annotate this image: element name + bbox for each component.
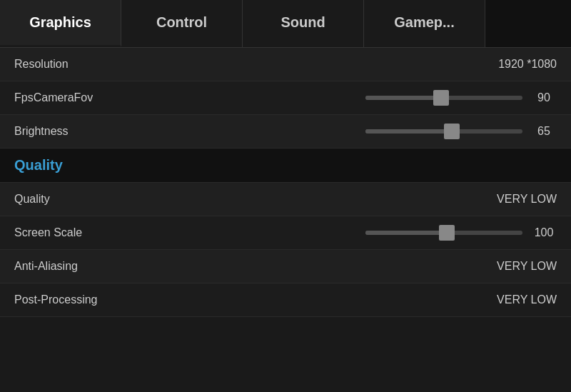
screen-scale-slider-thumb[interactable] xyxy=(439,225,455,241)
quality-value: VERY LOW xyxy=(497,193,557,206)
quality-section-title: Quality xyxy=(14,157,63,173)
anti-aliasing-row: Anti-Aliasing VERY LOW xyxy=(0,250,571,283)
screen-scale-slider-fill xyxy=(365,231,447,235)
resolution-label: Resolution xyxy=(14,58,157,71)
tab-gameplay-label: Gamep... xyxy=(394,14,454,30)
brightness-slider-fill xyxy=(365,129,452,134)
quality-label: Quality xyxy=(14,193,157,206)
brightness-slider-thumb[interactable] xyxy=(444,124,460,139)
tabs-container: Graphics Control Sound Gamep... Resoluti… xyxy=(0,0,571,317)
anti-aliasing-value: VERY LOW xyxy=(497,260,557,273)
brightness-slider-container[interactable]: 65 xyxy=(365,125,557,138)
screen-scale-label: Screen Scale xyxy=(14,226,157,239)
screen-scale-row: Screen Scale 100 xyxy=(0,216,571,250)
tab-sound-label: Sound xyxy=(281,14,325,30)
fps-camera-fov-slider-thumb[interactable] xyxy=(433,90,449,106)
anti-aliasing-label: Anti-Aliasing xyxy=(14,260,157,273)
screen-scale-value: 100 xyxy=(531,226,557,239)
tab-graphics-label: Graphics xyxy=(29,14,91,30)
tab-gameplay[interactable]: Gamep... xyxy=(364,0,485,47)
post-processing-label: Post-Processing xyxy=(14,293,157,306)
quality-row: Quality VERY LOW xyxy=(0,183,571,216)
tab-sound[interactable]: Sound xyxy=(243,0,364,47)
fps-camera-fov-slider-fill xyxy=(365,96,441,100)
settings-content: Resolution 1920 *1080 FpsCameraFov 90 Br… xyxy=(0,48,571,317)
tab-control[interactable]: Control xyxy=(121,0,243,47)
screen-scale-slider-container[interactable]: 100 xyxy=(365,226,557,239)
brightness-value: 65 xyxy=(531,125,557,138)
fps-camera-fov-slider-track[interactable] xyxy=(365,96,522,100)
resolution-value: 1920 *1080 xyxy=(498,58,557,71)
post-processing-row: Post-Processing VERY LOW xyxy=(0,283,571,317)
tab-graphics[interactable]: Graphics xyxy=(0,0,121,47)
fps-camera-fov-slider-container[interactable]: 90 xyxy=(365,91,557,104)
resolution-row: Resolution 1920 *1080 xyxy=(0,48,571,81)
screen-scale-slider-track[interactable] xyxy=(365,231,522,235)
brightness-row: Brightness 65 xyxy=(0,115,571,149)
quality-section-header: Quality xyxy=(0,149,571,183)
tab-bar: Graphics Control Sound Gamep... xyxy=(0,0,571,48)
tab-control-label: Control xyxy=(156,14,207,30)
fps-camera-fov-value: 90 xyxy=(531,91,557,104)
post-processing-value: VERY LOW xyxy=(497,293,557,306)
brightness-label: Brightness xyxy=(14,125,157,138)
fps-camera-fov-row: FpsCameraFov 90 xyxy=(0,81,571,115)
brightness-slider-track[interactable] xyxy=(365,129,522,134)
fps-camera-fov-label: FpsCameraFov xyxy=(14,91,157,104)
